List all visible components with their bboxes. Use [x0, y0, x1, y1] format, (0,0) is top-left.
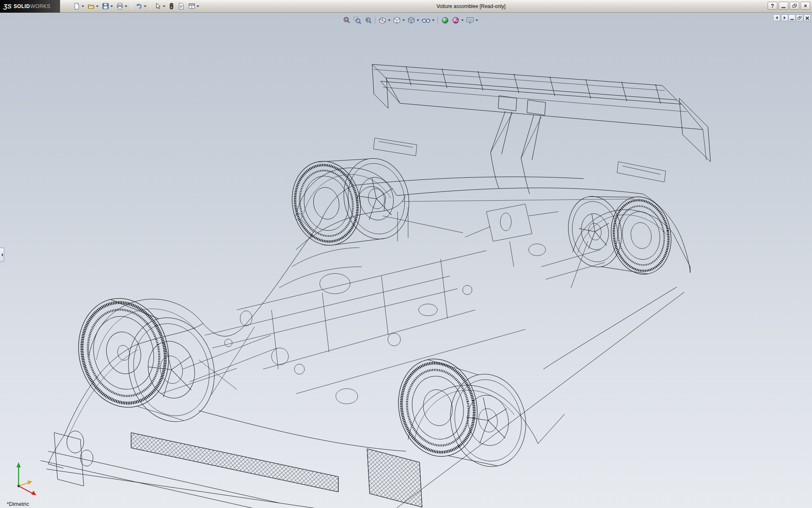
chassis-details [161, 138, 666, 404]
rear-wing [372, 64, 710, 194]
help-button[interactable]: ? [768, 2, 777, 10]
toolbar-separator [131, 3, 132, 10]
view-settings-icon [466, 16, 474, 25]
rebuild-button[interactable] [167, 1, 176, 11]
collapse-panel-right-button[interactable] [781, 14, 788, 21]
mesh-panels [131, 433, 422, 507]
section-view-icon [378, 16, 387, 25]
print-button[interactable] [115, 1, 129, 11]
wireframe-model[interactable] [0, 13, 812, 508]
zoom-to-area-icon [353, 16, 361, 25]
collapsed-panel-tab[interactable] [0, 248, 4, 262]
view-orientation-label: *Dimetric [7, 501, 29, 507]
dropdown-caret[interactable] [144, 6, 146, 7]
dropdown-caret[interactable] [432, 19, 434, 21]
previous-view-icon [363, 16, 372, 25]
dropdown-caret[interactable] [197, 6, 199, 7]
dropdown-caret[interactable] [125, 6, 127, 7]
edit-appearance-button[interactable] [440, 16, 450, 25]
view-orientation-cube-icon [392, 16, 401, 25]
zoom-to-fit-button[interactable] [342, 16, 351, 25]
feature-pane-toggles [773, 14, 788, 21]
previous-view-button[interactable] [363, 16, 372, 25]
display-style-button[interactable] [406, 16, 420, 25]
open-folder-icon [88, 3, 95, 10]
doc-close-button[interactable] [804, 14, 811, 21]
display-style-icon [407, 16, 415, 25]
brand-works: WORKS [30, 3, 50, 9]
save-button[interactable] [101, 1, 114, 11]
toolbar-separator [437, 17, 438, 24]
dropdown-caret[interactable] [96, 6, 99, 7]
section-view-button[interactable] [378, 16, 391, 25]
options-button[interactable] [187, 1, 200, 11]
select-button[interactable] [153, 1, 167, 11]
close-button[interactable]: × [801, 2, 810, 10]
view-settings-button[interactable] [465, 16, 478, 25]
minimize-icon [782, 7, 785, 8]
apply-scene-sphere-icon [451, 16, 460, 25]
rear-left-wheel [285, 145, 417, 256]
arrow-left-icon [776, 16, 778, 19]
solidworks-window: ƷS SOLID WORKS [0, 0, 812, 508]
dropdown-caret[interactable] [82, 6, 84, 7]
doc-minimize-button[interactable] [788, 14, 796, 21]
doc-restore-button[interactable] [796, 14, 803, 21]
3ds-logo-icon: ƷS [3, 3, 11, 10]
dropdown-caret[interactable] [402, 19, 405, 21]
file-properties-button[interactable] [176, 1, 186, 11]
minimize-button[interactable] [779, 2, 788, 10]
open-button[interactable] [86, 1, 100, 11]
restore-button[interactable] [790, 2, 799, 10]
heads-up-view-toolbar [339, 15, 481, 26]
new-button[interactable] [72, 1, 85, 11]
close-icon [805, 16, 809, 20]
rebuild-traffic-icon [169, 3, 174, 10]
arrow-right-icon [784, 16, 786, 19]
dropdown-caret[interactable] [163, 6, 165, 7]
hide-show-items-button[interactable] [421, 16, 435, 25]
hide-show-glasses-icon [421, 16, 431, 25]
title-bar: ƷS SOLID WORKS [0, 0, 812, 13]
zoom-to-fit-icon [342, 16, 351, 25]
printer-icon [116, 3, 123, 10]
toolbar-separator [375, 17, 375, 24]
solidworks-logo: ƷS SOLID WORKS [0, 0, 60, 13]
minimize-icon [790, 19, 794, 20]
document-window-controls [788, 14, 811, 21]
apply-scene-button[interactable] [451, 16, 464, 25]
front-left-wheel [67, 279, 225, 442]
view-orientation-button[interactable] [392, 16, 405, 25]
file-properties-icon [178, 3, 185, 10]
options-grid-icon [188, 3, 195, 10]
main-toolbar [72, 1, 200, 11]
arrow-left-icon [1, 253, 3, 257]
undo-arrow-icon [135, 3, 143, 10]
graphics-area[interactable]: *Dimetric [0, 13, 812, 508]
select-cursor-icon [154, 3, 162, 10]
new-document-icon [73, 3, 80, 10]
window-title: Voiture assomblee [Read-only] [436, 3, 505, 9]
restore-icon [798, 16, 801, 19]
zoom-to-area-button[interactable] [352, 16, 362, 25]
window-controls: ? × [768, 2, 810, 10]
dropdown-caret[interactable] [417, 19, 419, 21]
restore-icon [793, 4, 797, 8]
dropdown-caret[interactable] [461, 19, 464, 21]
dropdown-caret[interactable] [475, 19, 478, 21]
edit-appearance-sphere-icon [441, 16, 449, 25]
toolbar-separator [150, 3, 151, 10]
undo-button[interactable] [134, 1, 148, 11]
orientation-triad[interactable] [7, 458, 45, 496]
brand-solid: SOLID [14, 3, 30, 9]
save-floppy-icon [102, 3, 109, 10]
dropdown-caret[interactable] [110, 6, 113, 7]
collapse-panel-left-button[interactable] [773, 14, 780, 21]
dropdown-caret[interactable] [388, 19, 390, 21]
